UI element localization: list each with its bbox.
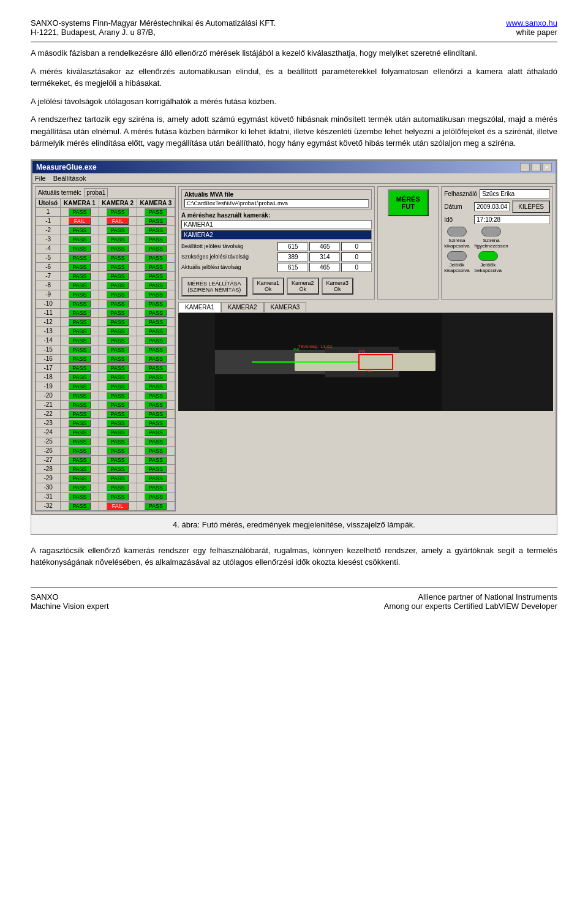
cell-r31-c1[interactable]: PASS <box>107 493 129 500</box>
cell-r19-c2[interactable]: PASS <box>145 383 167 390</box>
cell-r26-c2[interactable]: PASS <box>145 447 167 455</box>
cell-r16-c2[interactable]: PASS <box>145 355 167 363</box>
cell-r24-c1[interactable]: PASS <box>107 429 129 436</box>
cell-r8-c2[interactable]: PASS <box>145 282 167 289</box>
cell-r7-c2[interactable]: PASS <box>145 273 167 280</box>
cell-r22-c1[interactable]: PASS <box>107 410 129 418</box>
cell-r15-c0[interactable]: PASS <box>69 346 91 353</box>
cell-r24-c0[interactable]: PASS <box>69 429 91 436</box>
cell-r28-c1[interactable]: PASS <box>107 466 129 473</box>
cell-r9-c0[interactable]: PASS <box>69 291 91 298</box>
kamera1-item[interactable]: KAMERA1 <box>181 220 372 229</box>
kamera2-ok-btn[interactable]: Kamera2 Ok <box>287 277 319 295</box>
cell-r14-c1[interactable]: PASS <box>107 337 129 344</box>
cell-r20-c0[interactable]: PASS <box>69 392 91 399</box>
cell-r31-c0[interactable]: PASS <box>69 493 91 500</box>
cell-r2-c2[interactable]: PASS <box>145 227 167 234</box>
cell-r21-c2[interactable]: PASS <box>145 401 167 409</box>
sirena-kikapcsolva-toggle[interactable] <box>447 227 467 236</box>
cell-r26-c1[interactable]: PASS <box>107 447 129 455</box>
cell-r21-c0[interactable]: PASS <box>69 401 91 409</box>
meres-fut-button[interactable]: MÉRÉSFUT <box>388 189 429 216</box>
cell-r15-c1[interactable]: PASS <box>107 346 129 353</box>
dist-a2[interactable] <box>309 263 340 272</box>
cell-r23-c2[interactable]: PASS <box>145 420 167 427</box>
cell-r30-c1[interactable]: PASS <box>107 484 129 491</box>
cell-r3-c1[interactable]: PASS <box>107 236 129 243</box>
cell-r5-c0[interactable]: PASS <box>69 254 91 262</box>
cell-r6-c1[interactable]: PASS <box>107 263 129 271</box>
cell-r4-c1[interactable]: PASS <box>107 245 129 252</box>
cell-r5-c2[interactable]: PASS <box>145 254 167 262</box>
kamera2-item[interactable]: KAMERA2 <box>181 230 372 240</box>
cell-r13-c2[interactable]: PASS <box>145 328 167 335</box>
cell-r23-c0[interactable]: PASS <box>69 420 91 427</box>
cell-r18-c1[interactable]: PASS <box>107 374 129 381</box>
cell-r0-c2[interactable]: PASS <box>145 208 167 216</box>
dist-b2[interactable] <box>309 242 340 251</box>
cell-r6-c2[interactable]: PASS <box>145 263 167 271</box>
cell-r29-c1[interactable]: PASS <box>107 475 129 482</box>
cell-r22-c2[interactable]: PASS <box>145 410 167 418</box>
kamera3-ok-btn[interactable]: Kamera3 Ok <box>322 277 354 295</box>
cell-r5-c1[interactable]: PASS <box>107 254 129 262</box>
cell-r12-c0[interactable]: PASS <box>69 319 91 326</box>
cell-r26-c0[interactable]: PASS <box>69 447 91 455</box>
cell-r7-c0[interactable]: PASS <box>69 273 91 280</box>
cell-r20-c1[interactable]: PASS <box>107 392 129 399</box>
kilep-button[interactable]: KILÉPÉS <box>512 200 550 213</box>
menu-file[interactable]: File <box>35 175 46 182</box>
dist-b3[interactable] <box>341 242 372 251</box>
cell-r28-c2[interactable]: PASS <box>145 466 167 473</box>
cell-r29-c2[interactable]: PASS <box>145 475 167 482</box>
cell-r17-c0[interactable]: PASS <box>69 364 91 372</box>
cell-r0-c1[interactable]: PASS <box>107 208 129 216</box>
cell-r17-c2[interactable]: PASS <box>145 364 167 372</box>
maximize-button[interactable]: □ <box>531 163 541 172</box>
cell-r20-c2[interactable]: PASS <box>145 392 167 399</box>
cell-r29-c0[interactable]: PASS <box>69 475 91 482</box>
cell-r25-c1[interactable]: PASS <box>107 438 129 445</box>
cell-r30-c0[interactable]: PASS <box>69 484 91 491</box>
cam-tab-2[interactable]: KAMERA2 <box>221 302 264 312</box>
cell-r28-c0[interactable]: PASS <box>69 466 91 473</box>
cell-r25-c2[interactable]: PASS <box>145 438 167 445</box>
menu-settings[interactable]: Beállítások <box>53 175 86 182</box>
dist-s1[interactable] <box>277 252 308 262</box>
cell-r32-c0[interactable]: PASS <box>69 502 91 510</box>
close-button[interactable]: × <box>542 163 552 172</box>
cell-r30-c2[interactable]: PASS <box>145 484 167 491</box>
cell-r32-c2[interactable]: PASS <box>145 502 167 510</box>
cell-r32-c1[interactable]: FAIL <box>107 502 129 510</box>
cam-tab-3[interactable]: KAMERA3 <box>264 302 307 312</box>
cell-r10-c0[interactable]: PASS <box>69 300 91 308</box>
cell-r8-c1[interactable]: PASS <box>107 282 129 289</box>
cell-r19-c1[interactable]: PASS <box>107 383 129 390</box>
cell-r9-c2[interactable]: PASS <box>145 291 167 298</box>
dist-a3[interactable] <box>341 263 372 272</box>
cell-r10-c2[interactable]: PASS <box>145 300 167 308</box>
website-link[interactable]: www.sanxo.hu <box>506 18 557 28</box>
cell-r11-c0[interactable]: PASS <box>69 309 91 317</box>
cell-r27-c2[interactable]: PASS <box>145 456 167 464</box>
cell-r21-c1[interactable]: PASS <box>107 401 129 409</box>
cell-r6-c0[interactable]: PASS <box>69 263 91 271</box>
cell-r3-c2[interactable]: PASS <box>145 236 167 243</box>
jelolok-bekapcsolva-toggle[interactable] <box>478 251 498 261</box>
cell-r9-c1[interactable]: PASS <box>107 291 129 298</box>
cell-r23-c1[interactable]: PASS <box>107 420 129 427</box>
cell-r22-c0[interactable]: PASS <box>69 410 91 418</box>
dist-a1[interactable] <box>277 263 308 272</box>
cell-r14-c2[interactable]: PASS <box>145 337 167 344</box>
cell-r12-c1[interactable]: PASS <box>107 319 129 326</box>
stop-button[interactable]: MÉRÉS LEÁLLÍTÁSA(SZIRÉNA NÉMÍTÁS) <box>181 277 247 296</box>
dist-s3[interactable] <box>341 252 372 262</box>
cell-r27-c0[interactable]: PASS <box>69 456 91 464</box>
cell-r1-c1[interactable]: FAIL <box>107 217 129 225</box>
cell-r1-c2[interactable]: PASS <box>145 217 167 225</box>
cell-r31-c2[interactable]: PASS <box>145 493 167 500</box>
cell-r18-c2[interactable]: PASS <box>145 374 167 381</box>
cell-r11-c2[interactable]: PASS <box>145 309 167 317</box>
cell-r10-c1[interactable]: PASS <box>107 300 129 308</box>
dist-s2[interactable] <box>309 252 340 262</box>
